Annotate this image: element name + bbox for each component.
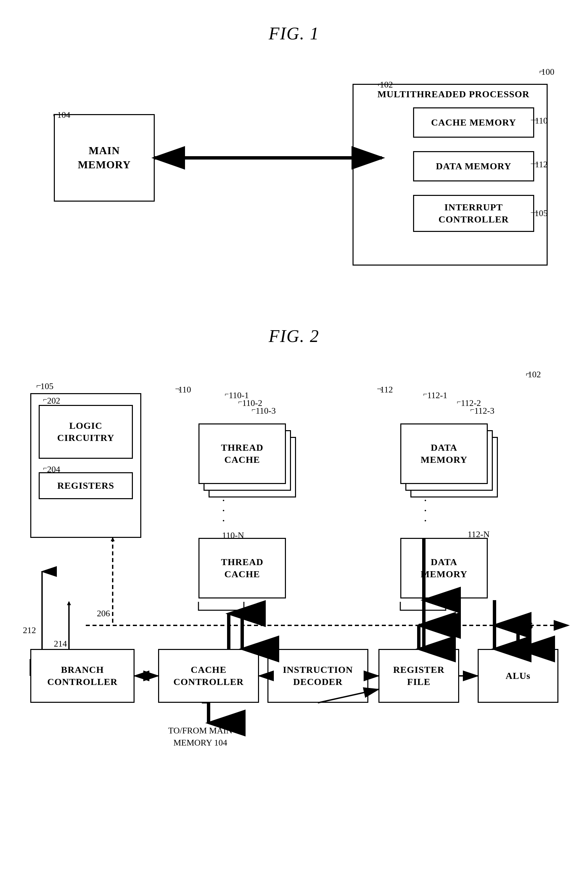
thread-cache-front: THREADCACHE — [199, 424, 286, 484]
fig2-title: FIG. 2 — [14, 326, 574, 346]
fig1-arrows — [14, 64, 574, 299]
fig1-title: FIG. 1 — [14, 24, 574, 43]
data-memory-front: DATAMEMORY — [400, 424, 488, 484]
fig2-area: 102 ⌐ 105 ⌐ 202 ⌐ LOGICCIRCUITRY 204 ⌐ R… — [14, 366, 574, 837]
dots3: · — [222, 514, 226, 528]
dots-r3: · — [424, 514, 427, 528]
data-memory-label1: DATAMEMORY — [421, 442, 468, 466]
svg-marker-10 — [111, 537, 115, 541]
svg-marker-13 — [67, 601, 71, 605]
fig2-arrows — [14, 366, 585, 837]
thread-cache-label1: THREADCACHE — [221, 442, 263, 466]
fig1-area: 100 ⌐ MULTITHREADED PROCESSOR 102 ⌐ CACH… — [14, 64, 574, 299]
svg-line-26 — [318, 689, 378, 703]
